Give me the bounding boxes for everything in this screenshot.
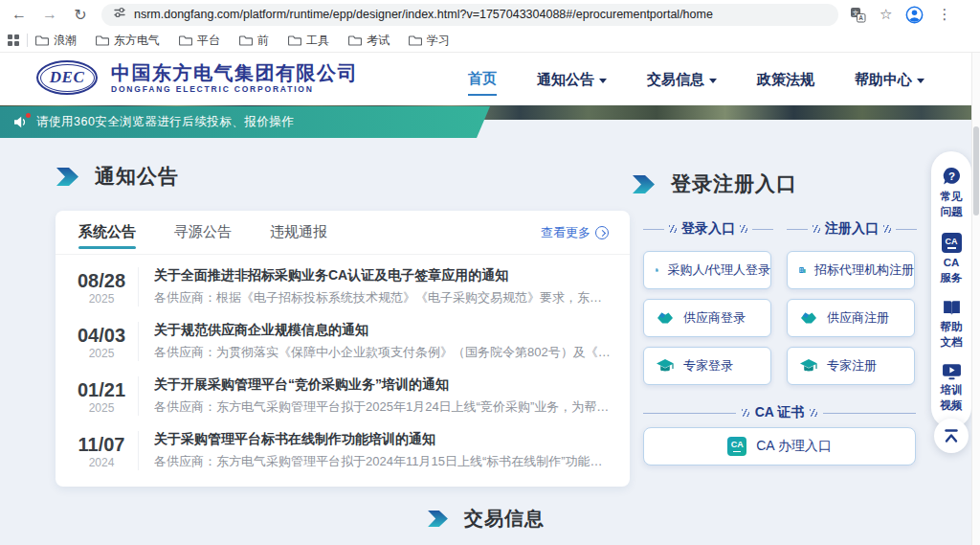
section-arrow-icon xyxy=(632,174,656,194)
scrollbar-thumb[interactable] xyxy=(973,126,979,216)
notice-list: 08/282025 关于全面推进非招标采购业务CA认证及电子签章应用的通知各供应… xyxy=(56,255,630,483)
chevron-right-circle-icon xyxy=(595,226,609,239)
chevron-down-icon xyxy=(599,79,607,83)
speaker-icon xyxy=(13,116,27,128)
url-text: nsrm.dongfang.com/platform/runtime/epp/d… xyxy=(134,8,713,21)
floating-toolbar: ? 常见问题 CA CA服务 帮助文档 培训视频 xyxy=(931,151,971,428)
back-to-top-icon xyxy=(943,428,960,443)
handshake-icon xyxy=(799,310,818,326)
ca-apply-button[interactable]: CA CA 办理入口 xyxy=(643,427,916,466)
tab-sourcing-notices[interactable]: 寻源公告 xyxy=(172,212,234,253)
notice-desc: 各供应商：东方电气采购管理平台拟于2024年11月15日上线“标书在线制作”功能… xyxy=(154,453,611,470)
supplier-login-button[interactable]: 供应商登录 xyxy=(643,299,771,337)
help-docs-shortcut[interactable]: 帮助文档 xyxy=(941,293,963,357)
notice-year: 2025 xyxy=(65,401,138,415)
notice-desc: 各供应商：为贯彻落实《保障中小企业款项支付条例》（国务院令第802号）及《中小企… xyxy=(154,344,611,361)
bookmark-star-icon[interactable]: ☆ xyxy=(880,6,892,23)
notice-year: 2024 xyxy=(65,456,138,469)
alert-dot xyxy=(26,113,31,118)
notice-title[interactable]: 关于规范供应商企业规模信息的通知 xyxy=(154,322,611,339)
notices-tabbar: 系统公告 寻源公告 违规通报 查看更多 xyxy=(56,211,630,255)
register-group-header: 注册入口 xyxy=(787,220,917,238)
notice-date: 08/28 xyxy=(65,269,138,292)
list-item[interactable]: 11/072024 关于采购管理平台标书在线制作功能培训的通知各供应商：东方电气… xyxy=(56,423,630,478)
bookmarks-bar: 浪潮 东方电气 平台 前 工具 考试 学习 xyxy=(0,29,980,53)
profile-avatar-icon[interactable] xyxy=(905,6,924,24)
chevron-down-icon xyxy=(917,79,924,83)
question-bubble-icon: ? xyxy=(942,167,962,187)
browser-notice-banner: 请使用360安全浏览器进行后续投标、报价操作 xyxy=(0,106,490,138)
tab-system-notices[interactable]: 系统公告 xyxy=(77,212,138,253)
login-group-header: 登录入口 xyxy=(643,220,773,238)
apps-grid-icon[interactable] xyxy=(8,34,19,46)
tab-violation-reports[interactable]: 违规通报 xyxy=(268,212,329,253)
bookmark-folder[interactable]: 浪潮 xyxy=(35,33,77,49)
supplier-register-button[interactable]: 供应商注册 xyxy=(787,299,915,337)
notices-card: 系统公告 寻源公告 违规通报 查看更多 08/282025 关于全面推进非招标采… xyxy=(56,211,630,487)
page-scrollbar xyxy=(971,53,980,545)
page-body: 请使用360安全浏览器进行后续投标、报价操作 通知公告 系统公告 寻源公告 违规… xyxy=(0,105,980,545)
svg-text:?: ? xyxy=(947,170,954,182)
expert-login-button[interactable]: 专家登录 xyxy=(643,347,771,385)
notice-title[interactable]: 关于采购管理平台标书在线制作功能培训的通知 xyxy=(154,431,611,448)
view-more-link[interactable]: 查看更多 xyxy=(541,224,609,241)
nav-item-policy[interactable]: 政策法规 xyxy=(757,63,814,95)
buyer-agent-login-button[interactable]: 采购人/代理人登录 xyxy=(643,251,771,289)
tune-icon xyxy=(113,6,126,23)
back-to-top-button[interactable] xyxy=(934,419,969,453)
training-video-shortcut[interactable]: 培训视频 xyxy=(941,357,963,420)
ca-badge-icon: CA xyxy=(727,437,746,456)
graduation-cap-icon xyxy=(799,358,818,375)
company-name-cn: 中国东方电气集团有限公司 xyxy=(111,62,358,84)
notice-year: 2025 xyxy=(65,347,138,360)
organization-icon xyxy=(656,261,658,279)
list-item[interactable]: 04/032025 关于规范供应商企业规模信息的通知各供应商：为贯彻落实《保障中… xyxy=(56,314,630,369)
svg-text:A: A xyxy=(858,14,863,21)
bookmark-folder[interactable]: 平台 xyxy=(179,33,220,49)
company-name-en: DONGFANG ELECTRIC CORPORATION xyxy=(111,84,358,94)
bookmark-folder[interactable]: 考试 xyxy=(348,33,390,49)
ca-group-header: CA 证书 xyxy=(643,404,916,421)
notice-date: 01/21 xyxy=(65,378,138,401)
banner-text: 请使用360安全浏览器进行后续投标、报价操作 xyxy=(36,114,294,130)
company-logo[interactable]: DEC 中国东方电气集团有限公司 DONGFANG ELECTRIC CORPO… xyxy=(36,60,358,95)
notice-desc: 各供应商：东方电气采购管理平台拟于2025年1月24日上线“竞价采购”业务，为帮… xyxy=(154,398,611,416)
ca-service-shortcut[interactable]: CA CA服务 xyxy=(941,227,963,293)
notice-year: 2025 xyxy=(65,292,138,306)
forward-icon[interactable]: → xyxy=(38,3,61,26)
divider xyxy=(27,34,28,47)
list-item[interactable]: 01/212025 关于开展采购管理平台“竞价采购业务”培训的通知各供应商：东方… xyxy=(56,369,630,423)
translate-icon[interactable]: 文A xyxy=(850,7,866,23)
site-header: DEC 中国东方电气集团有限公司 DONGFANG ELECTRIC CORPO… xyxy=(0,53,980,105)
bookmark-folder[interactable]: 前 xyxy=(239,33,269,49)
nav-item-trade[interactable]: 交易信息 xyxy=(647,63,717,95)
ca-icon: CA xyxy=(942,233,962,253)
notice-desc: 各供应商：根据《电子招标投标系统技术规范》《电子采购交易规范》要求，东方电气采购… xyxy=(154,289,611,307)
page: ← → ↻ nsrm.dongfang.com/platform/runtime… xyxy=(0,0,980,545)
organization-icon xyxy=(799,261,806,279)
notice-title[interactable]: 关于全面推进非招标采购业务CA认证及电子签章应用的通知 xyxy=(154,267,611,284)
main-nav: 首页 通知公告 交易信息 政策法规 帮助中心 xyxy=(468,53,924,105)
browser-toolbar: ← → ↻ nsrm.dongfang.com/platform/runtime… xyxy=(0,0,980,29)
faq-shortcut[interactable]: ? 常见问题 xyxy=(941,161,963,227)
nav-item-home[interactable]: 首页 xyxy=(468,62,497,96)
section-arrow-icon xyxy=(56,167,79,187)
notice-date: 04/03 xyxy=(65,324,138,347)
address-bar[interactable]: nsrm.dongfang.com/platform/runtime/epp/d… xyxy=(101,4,838,26)
graduation-cap-icon xyxy=(656,358,675,375)
nav-item-help[interactable]: 帮助中心 xyxy=(855,63,924,95)
expert-register-button[interactable]: 专家注册 xyxy=(787,347,915,385)
kebab-menu-icon[interactable]: ⋮ xyxy=(937,6,951,23)
notice-title[interactable]: 关于开展采购管理平台“竞价采购业务”培训的通知 xyxy=(154,376,611,394)
refresh-icon[interactable]: ↻ xyxy=(69,3,92,26)
back-icon[interactable]: ← xyxy=(8,3,31,26)
agency-register-button[interactable]: 招标代理机构注册 xyxy=(787,251,915,289)
handshake-icon xyxy=(656,310,675,326)
bookmark-folder[interactable]: 学习 xyxy=(409,33,450,49)
section-arrow-icon xyxy=(427,510,449,528)
nav-item-notices[interactable]: 通知公告 xyxy=(537,63,607,95)
chevron-down-icon xyxy=(709,79,717,83)
bookmark-folder[interactable]: 工具 xyxy=(288,33,329,49)
bookmark-folder[interactable]: 东方电气 xyxy=(96,33,160,49)
list-item[interactable]: 08/282025 关于全面推进非招标采购业务CA认证及电子签章应用的通知各供应… xyxy=(56,260,630,314)
